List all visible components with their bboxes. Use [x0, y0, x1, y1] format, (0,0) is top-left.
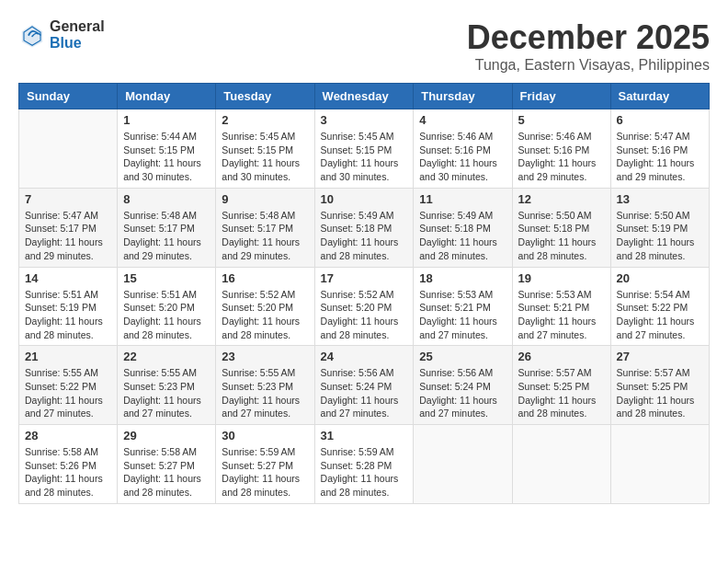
- cell-content: Sunrise: 5:49 AM Sunset: 5:18 PM Dayligh…: [419, 209, 506, 263]
- calendar-cell: 24Sunrise: 5:56 AM Sunset: 5:24 PM Dayli…: [314, 346, 414, 425]
- calendar-cell: 6Sunrise: 5:47 AM Sunset: 5:16 PM Daylig…: [610, 109, 709, 189]
- cell-content: Sunrise: 5:56 AM Sunset: 5:24 PM Dayligh…: [321, 366, 408, 420]
- calendar-cell: 12Sunrise: 5:50 AM Sunset: 5:18 PM Dayli…: [512, 188, 610, 267]
- cell-content: Sunrise: 5:46 AM Sunset: 5:16 PM Dayligh…: [419, 130, 506, 184]
- cell-content: Sunrise: 5:50 AM Sunset: 5:19 PM Dayligh…: [617, 209, 703, 263]
- weekday-header-row: SundayMondayTuesdayWednesdayThursdayFrid…: [19, 84, 710, 109]
- day-number: 6: [617, 113, 703, 127]
- day-number: 17: [321, 271, 408, 285]
- day-number: 29: [123, 429, 210, 442]
- calendar-cell: 28Sunrise: 5:58 AM Sunset: 5:26 PM Dayli…: [19, 425, 118, 504]
- day-number: 8: [123, 192, 210, 206]
- calendar-cell: 13Sunrise: 5:50 AM Sunset: 5:19 PM Dayli…: [610, 188, 709, 267]
- day-number: 25: [419, 350, 506, 363]
- calendar-cell: 8Sunrise: 5:48 AM Sunset: 5:17 PM Daylig…: [118, 188, 216, 267]
- location-title: Tunga, Eastern Visayas, Philippines: [467, 57, 710, 74]
- cell-content: Sunrise: 5:49 AM Sunset: 5:18 PM Dayligh…: [321, 209, 408, 263]
- calendar-cell: 22Sunrise: 5:55 AM Sunset: 5:23 PM Dayli…: [118, 346, 216, 425]
- cell-content: Sunrise: 5:45 AM Sunset: 5:15 PM Dayligh…: [222, 130, 308, 184]
- logo-icon: [18, 21, 46, 49]
- cell-content: Sunrise: 5:47 AM Sunset: 5:16 PM Dayligh…: [617, 130, 703, 184]
- day-number: 1: [123, 113, 210, 127]
- cell-content: Sunrise: 5:48 AM Sunset: 5:17 PM Dayligh…: [222, 209, 308, 263]
- calendar-cell: 4Sunrise: 5:46 AM Sunset: 5:16 PM Daylig…: [414, 109, 512, 189]
- calendar-cell: [414, 425, 512, 504]
- cell-content: Sunrise: 5:55 AM Sunset: 5:23 PM Dayligh…: [123, 366, 210, 420]
- logo-general-text: General: [50, 18, 105, 35]
- cell-content: Sunrise: 5:58 AM Sunset: 5:27 PM Dayligh…: [123, 445, 210, 500]
- cell-content: Sunrise: 5:46 AM Sunset: 5:16 PM Dayligh…: [518, 130, 605, 184]
- calendar-cell: [610, 425, 709, 504]
- day-number: 30: [222, 429, 308, 442]
- cell-content: Sunrise: 5:45 AM Sunset: 5:15 PM Dayligh…: [321, 130, 408, 184]
- page-header: General Blue December 2025 Tunga, Easter…: [18, 18, 710, 74]
- calendar-cell: 30Sunrise: 5:59 AM Sunset: 5:27 PM Dayli…: [216, 425, 314, 504]
- day-number: 23: [222, 350, 308, 363]
- day-number: 28: [25, 429, 111, 442]
- calendar-cell: 20Sunrise: 5:54 AM Sunset: 5:22 PM Dayli…: [610, 267, 709, 346]
- day-number: 18: [419, 271, 506, 285]
- cell-content: Sunrise: 5:51 AM Sunset: 5:20 PM Dayligh…: [123, 288, 210, 342]
- day-number: 27: [617, 350, 703, 363]
- logo-text: General Blue: [50, 18, 105, 51]
- day-number: 2: [222, 113, 308, 127]
- weekday-header-wednesday: Wednesday: [314, 84, 414, 109]
- calendar-cell: [512, 425, 610, 504]
- cell-content: Sunrise: 5:52 AM Sunset: 5:20 PM Dayligh…: [321, 288, 408, 342]
- day-number: 19: [518, 271, 605, 285]
- calendar-cell: 29Sunrise: 5:58 AM Sunset: 5:27 PM Dayli…: [118, 425, 216, 504]
- calendar-cell: 21Sunrise: 5:55 AM Sunset: 5:22 PM Dayli…: [19, 346, 118, 425]
- calendar-week-row: 7Sunrise: 5:47 AM Sunset: 5:17 PM Daylig…: [19, 188, 710, 267]
- cell-content: Sunrise: 5:58 AM Sunset: 5:26 PM Dayligh…: [25, 445, 111, 500]
- day-number: 11: [419, 192, 506, 206]
- cell-content: Sunrise: 5:55 AM Sunset: 5:22 PM Dayligh…: [25, 366, 111, 420]
- day-number: 5: [518, 113, 605, 127]
- day-number: 13: [617, 192, 703, 206]
- logo-blue-text: Blue: [50, 35, 105, 52]
- cell-content: Sunrise: 5:52 AM Sunset: 5:20 PM Dayligh…: [222, 288, 308, 342]
- calendar-cell: 14Sunrise: 5:51 AM Sunset: 5:19 PM Dayli…: [19, 267, 118, 346]
- title-area: December 2025 Tunga, Eastern Visayas, Ph…: [467, 18, 710, 74]
- calendar-cell: 16Sunrise: 5:52 AM Sunset: 5:20 PM Dayli…: [216, 267, 314, 346]
- day-number: 10: [321, 192, 408, 206]
- weekday-header-sunday: Sunday: [19, 84, 118, 109]
- calendar-cell: 17Sunrise: 5:52 AM Sunset: 5:20 PM Dayli…: [314, 267, 414, 346]
- calendar-cell: 10Sunrise: 5:49 AM Sunset: 5:18 PM Dayli…: [314, 188, 414, 267]
- day-number: 7: [25, 192, 111, 206]
- day-number: 31: [321, 429, 408, 442]
- day-number: 14: [25, 271, 111, 285]
- weekday-header-tuesday: Tuesday: [216, 84, 314, 109]
- day-number: 12: [518, 192, 605, 206]
- calendar-cell: 7Sunrise: 5:47 AM Sunset: 5:17 PM Daylig…: [19, 188, 118, 267]
- day-number: 26: [518, 350, 605, 363]
- calendar-cell: 26Sunrise: 5:57 AM Sunset: 5:25 PM Dayli…: [512, 346, 610, 425]
- day-number: 22: [123, 350, 210, 363]
- weekday-header-friday: Friday: [512, 84, 610, 109]
- logo: General Blue: [18, 18, 105, 51]
- cell-content: Sunrise: 5:44 AM Sunset: 5:15 PM Dayligh…: [123, 130, 210, 184]
- calendar-week-row: 21Sunrise: 5:55 AM Sunset: 5:22 PM Dayli…: [19, 346, 710, 425]
- calendar-table: SundayMondayTuesdayWednesdayThursdayFrid…: [18, 83, 710, 504]
- cell-content: Sunrise: 5:57 AM Sunset: 5:25 PM Dayligh…: [518, 366, 605, 420]
- day-number: 21: [25, 350, 111, 363]
- cell-content: Sunrise: 5:59 AM Sunset: 5:28 PM Dayligh…: [321, 445, 408, 500]
- cell-content: Sunrise: 5:53 AM Sunset: 5:21 PM Dayligh…: [518, 288, 605, 342]
- calendar-cell: 25Sunrise: 5:56 AM Sunset: 5:24 PM Dayli…: [414, 346, 512, 425]
- calendar-week-row: 28Sunrise: 5:58 AM Sunset: 5:26 PM Dayli…: [19, 425, 710, 504]
- day-number: 9: [222, 192, 308, 206]
- calendar-cell: 11Sunrise: 5:49 AM Sunset: 5:18 PM Dayli…: [414, 188, 512, 267]
- calendar-week-row: 1Sunrise: 5:44 AM Sunset: 5:15 PM Daylig…: [19, 109, 710, 189]
- calendar-cell: 31Sunrise: 5:59 AM Sunset: 5:28 PM Dayli…: [314, 425, 414, 504]
- day-number: 20: [617, 271, 703, 285]
- cell-content: Sunrise: 5:47 AM Sunset: 5:17 PM Dayligh…: [25, 209, 111, 263]
- day-number: 24: [321, 350, 408, 363]
- calendar-cell: 18Sunrise: 5:53 AM Sunset: 5:21 PM Dayli…: [414, 267, 512, 346]
- calendar-cell: 9Sunrise: 5:48 AM Sunset: 5:17 PM Daylig…: [216, 188, 314, 267]
- cell-content: Sunrise: 5:51 AM Sunset: 5:19 PM Dayligh…: [25, 288, 111, 342]
- day-number: 16: [222, 271, 308, 285]
- weekday-header-monday: Monday: [118, 84, 216, 109]
- day-number: 3: [321, 113, 408, 127]
- cell-content: Sunrise: 5:53 AM Sunset: 5:21 PM Dayligh…: [419, 288, 506, 342]
- calendar-cell: 27Sunrise: 5:57 AM Sunset: 5:25 PM Dayli…: [610, 346, 709, 425]
- cell-content: Sunrise: 5:55 AM Sunset: 5:23 PM Dayligh…: [222, 366, 308, 420]
